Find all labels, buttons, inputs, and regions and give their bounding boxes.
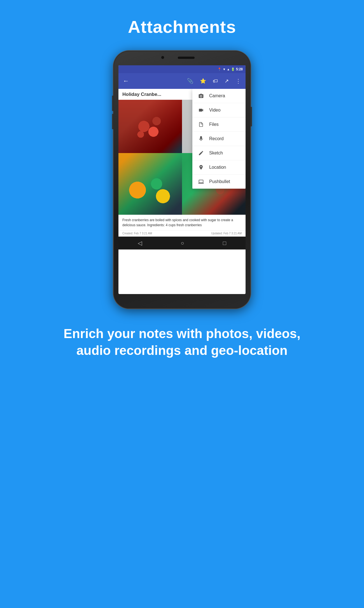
video-label: Video [209, 108, 221, 113]
sketch-icon [198, 150, 204, 156]
wifi-icon: ▼ [223, 68, 226, 71]
attachment-dropdown-menu: Camera Video Fil [192, 89, 246, 189]
phone-screen: 📍 ▼ ▲ 🔋 5:28 ← 📎 ⭐ 🏷 ↗ ⋮ Holiday Cranbe.… [118, 65, 246, 294]
location-pin-icon: 📍 [218, 68, 221, 71]
menu-item-record[interactable]: Record [192, 132, 246, 146]
camera-icon [198, 93, 204, 99]
power-button [251, 107, 252, 126]
timestamps-bar: Created: Feb 7 3:21 AM Updated: Feb 7 3:… [118, 230, 246, 237]
nav-bar: ◁ ○ □ [118, 237, 246, 249]
files-label: Files [209, 122, 219, 127]
microphone-icon [198, 136, 204, 142]
menu-item-pushbullet[interactable]: Pushbullet [192, 175, 246, 189]
page-title: Attachments [128, 17, 236, 37]
signal-icon: ▲ [227, 68, 230, 71]
back-nav-button[interactable]: ◁ [138, 240, 142, 246]
location-label: Location [209, 165, 226, 170]
paperclip-icon[interactable]: 📎 [185, 76, 195, 86]
recipe-title: Holiday Cranbe... [122, 92, 161, 97]
star-icon[interactable]: ⭐ [198, 76, 208, 86]
status-bar: 📍 ▼ ▲ 🔋 5:28 [118, 65, 246, 73]
location-icon [198, 164, 204, 170]
tag-icon[interactable]: 🏷 [211, 76, 220, 86]
record-label: Record [209, 136, 224, 141]
menu-item-files[interactable]: Files [192, 117, 246, 132]
created-timestamp: Created: Feb 7 3:21 AM [122, 232, 152, 235]
phone-camera [161, 56, 164, 59]
food-photo [118, 153, 182, 215]
screen-content: Holiday Cranbe... Fresh cranberries are … [118, 89, 246, 249]
file-icon [198, 121, 204, 128]
laptop-icon [198, 179, 204, 185]
share-icon[interactable]: ↗ [222, 76, 231, 86]
back-button[interactable]: ← [121, 75, 131, 87]
phone-speaker [178, 57, 195, 59]
menu-item-location[interactable]: Location [192, 160, 246, 175]
apps-nav-button[interactable]: □ [223, 240, 226, 246]
phone-mockup: 📍 ▼ ▲ 🔋 5:28 ← 📎 ⭐ 🏷 ↗ ⋮ Holiday Cranbe.… [113, 51, 251, 309]
status-icons: 📍 ▼ ▲ 🔋 5:28 [218, 67, 243, 71]
more-options-icon[interactable]: ⋮ [233, 75, 243, 87]
pushbullet-label: Pushbullet [209, 179, 230, 184]
video-icon [198, 107, 204, 113]
status-time: 5:28 [236, 67, 243, 71]
cranberry-photo [118, 100, 182, 153]
bottom-caption: Enrich your notes with photos, videos, a… [45, 325, 319, 359]
camera-label: Camera [209, 93, 225, 98]
sketch-label: Sketch [209, 151, 223, 156]
volume-up-button [112, 96, 113, 111]
updated-timestamp: Updated: Feb 7 3:21 AM [211, 232, 242, 235]
app-toolbar: ← 📎 ⭐ 🏷 ↗ ⋮ [118, 73, 246, 89]
battery-icon: 🔋 [231, 68, 235, 71]
menu-item-camera[interactable]: Camera [192, 89, 246, 103]
menu-item-video[interactable]: Video [192, 103, 246, 117]
home-nav-button[interactable]: ○ [181, 240, 184, 246]
volume-down-button [112, 114, 113, 129]
recipe-text: Fresh cranberries are boiled with spices… [118, 215, 246, 230]
menu-item-sketch[interactable]: Sketch [192, 146, 246, 160]
